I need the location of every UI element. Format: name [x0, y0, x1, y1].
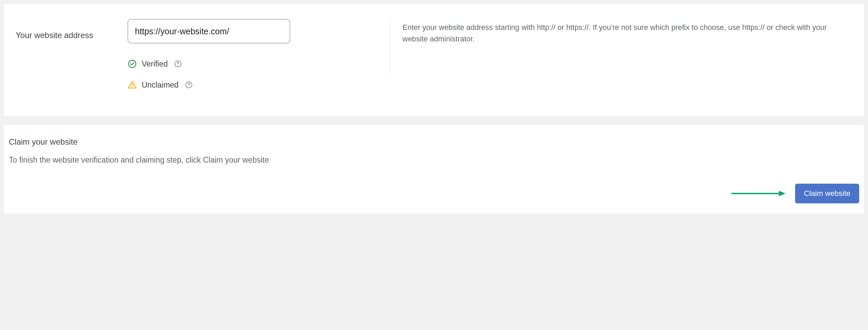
- website-url-input[interactable]: [127, 19, 290, 43]
- website-address-card: Your website address Verified: [4, 4, 864, 116]
- label-column: Your website address: [16, 19, 127, 101]
- warning-triangle-icon: [127, 80, 137, 90]
- status-verified: Verified: [127, 59, 378, 69]
- help-column: Enter your website address starting with…: [390, 19, 852, 73]
- svg-point-4: [132, 87, 133, 88]
- svg-marker-8: [779, 191, 786, 196]
- website-address-row: Your website address Verified: [16, 19, 852, 101]
- claim-website-card: Claim your website To finish the website…: [4, 125, 864, 214]
- claim-website-button[interactable]: Claim website: [795, 184, 859, 203]
- input-column: Verified: [127, 19, 378, 101]
- claim-button-row: Claim website: [9, 184, 859, 203]
- website-address-label: Your website address: [16, 31, 127, 40]
- website-help-text: Enter your website address starting with…: [402, 22, 852, 45]
- svg-point-2: [178, 65, 178, 66]
- help-icon[interactable]: [185, 81, 193, 89]
- status-unclaimed: Unclaimed: [127, 80, 378, 90]
- status-list: Verified: [127, 59, 378, 90]
- arrow-right-icon: [731, 189, 786, 198]
- help-icon[interactable]: [174, 60, 182, 68]
- claim-section-heading: Claim your website: [9, 137, 859, 147]
- svg-point-6: [189, 86, 189, 87]
- claim-section-description: To finish the website verification and c…: [9, 155, 859, 165]
- status-verified-label: Verified: [142, 59, 168, 69]
- status-unclaimed-label: Unclaimed: [142, 80, 179, 90]
- checkmark-circle-icon: [127, 59, 137, 69]
